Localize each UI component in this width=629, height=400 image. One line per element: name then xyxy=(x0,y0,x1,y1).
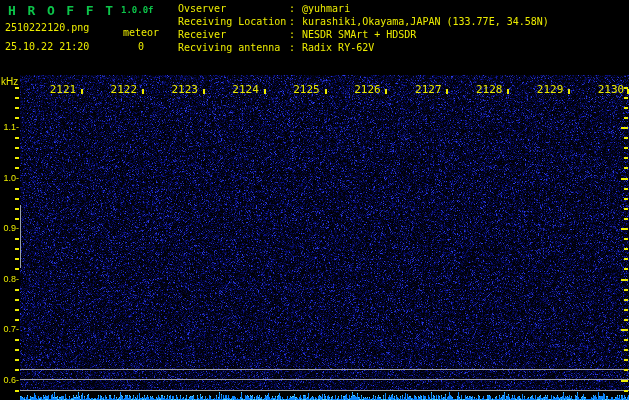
freq-minor-tick-right xyxy=(624,147,628,149)
freq-minor-tick-right xyxy=(624,349,628,351)
freq-minor-tick-right xyxy=(624,117,628,119)
freq-minor-tick-right xyxy=(624,157,628,159)
freq-minor-tick xyxy=(15,299,19,301)
station-info-row: Recviving antenna:Radix RY-62V xyxy=(178,41,549,54)
freq-major-tick-right xyxy=(621,228,628,230)
freq-minor-tick-right xyxy=(624,299,628,301)
time-minute-tick xyxy=(446,89,448,94)
freq-minor-tick-right xyxy=(624,218,628,220)
freq-minor-tick-right xyxy=(624,369,628,371)
freq-minor-tick-right xyxy=(624,137,628,139)
freq-tick-label: 0.6- xyxy=(0,375,19,385)
info-value: Radix RY-62V xyxy=(302,42,374,53)
app-title: H R O F F T xyxy=(8,3,115,18)
freq-minor-tick xyxy=(15,238,19,240)
freq-tick-label: 0.7- xyxy=(0,324,19,334)
freq-minor-tick xyxy=(15,198,19,200)
info-label: Ovserver xyxy=(178,2,289,15)
time-tick-label: 2124 xyxy=(231,83,261,96)
record-datetime: 25.10.22 21:20 xyxy=(5,41,89,52)
freq-minor-tick-right xyxy=(624,107,628,109)
spectrogram-canvas xyxy=(0,0,629,400)
station-info-row: Receiving Location:kurashiki,Okayama,JAP… xyxy=(178,15,549,28)
freq-minor-tick-right xyxy=(624,258,628,260)
time-minute-tick xyxy=(507,89,509,94)
freq-minor-tick xyxy=(15,248,19,250)
freq-minor-tick xyxy=(15,107,19,109)
freq-minor-tick-right xyxy=(624,319,628,321)
info-separator: : xyxy=(289,2,302,15)
freq-tick-label: 1.0- xyxy=(0,173,19,183)
output-filename: 2510222120.png xyxy=(5,22,89,33)
info-label: Receiver xyxy=(178,28,289,41)
meteor-count-value: 0 xyxy=(131,41,151,52)
freq-minor-tick xyxy=(15,390,19,392)
freq-minor-tick xyxy=(15,349,19,351)
frequency-unit-label: kHz xyxy=(1,76,18,87)
time-tick-label: 2126 xyxy=(352,83,382,96)
info-label: Receiving Location xyxy=(178,15,289,28)
info-label: Recviving antenna xyxy=(178,41,289,54)
freq-major-tick-right xyxy=(621,380,628,382)
time-tick-label: 2128 xyxy=(474,83,504,96)
time-minute-tick xyxy=(203,89,205,94)
freq-minor-tick-right xyxy=(624,188,628,190)
time-tick-label: 2125 xyxy=(292,83,322,96)
freq-minor-tick xyxy=(15,147,19,149)
freq-minor-tick xyxy=(15,319,19,321)
station-info-row: Ovserver:@yuhmari xyxy=(178,2,549,15)
time-tick-label: 2123 xyxy=(170,83,200,96)
freq-minor-tick xyxy=(15,359,19,361)
freq-tick-label: 1.1- xyxy=(0,122,19,132)
freq-minor-tick xyxy=(15,369,19,371)
freq-minor-tick xyxy=(15,218,19,220)
freq-major-tick-right xyxy=(621,329,628,331)
freq-minor-tick xyxy=(15,167,19,169)
time-tick-label: 2130 xyxy=(596,83,626,96)
time-minute-tick xyxy=(568,89,570,94)
info-separator: : xyxy=(289,15,302,28)
freq-minor-tick xyxy=(15,289,19,291)
freq-major-tick-right xyxy=(621,178,628,180)
info-value: kurashiki,Okayama,JAPAN (133.77E, 34.58N… xyxy=(302,16,549,27)
info-value: @yuhmari xyxy=(302,3,350,14)
freq-minor-tick-right xyxy=(624,198,628,200)
freq-minor-tick xyxy=(15,117,19,119)
hrofft-output-screen: H R O F F T 1.0.0f 2510222120.png 25.10.… xyxy=(0,0,629,400)
station-info-block: Ovserver:@yuhmariReceiving Location:kura… xyxy=(178,2,549,54)
freq-minor-tick-right xyxy=(624,268,628,270)
info-value: NESDR SMArt + HDSDR xyxy=(302,29,416,40)
time-tick-label: 2121 xyxy=(48,83,78,96)
freq-minor-tick-right xyxy=(624,238,628,240)
freq-minor-tick xyxy=(15,339,19,341)
time-tick-label: 2122 xyxy=(109,83,139,96)
info-separator: : xyxy=(289,41,302,54)
freq-minor-tick-right xyxy=(624,289,628,291)
time-minute-tick xyxy=(385,89,387,94)
freq-minor-tick xyxy=(15,258,19,260)
freq-minor-tick-right xyxy=(624,359,628,361)
freq-minor-tick-right xyxy=(624,248,628,250)
info-separator: : xyxy=(289,28,302,41)
freq-minor-tick-right xyxy=(624,97,628,99)
freq-minor-tick xyxy=(15,87,19,89)
freq-minor-tick xyxy=(15,157,19,159)
freq-minor-tick-right xyxy=(624,309,628,311)
freq-major-tick-right xyxy=(621,279,628,281)
freq-minor-tick-right xyxy=(624,339,628,341)
time-minute-tick xyxy=(264,89,266,94)
freq-minor-tick-right xyxy=(624,167,628,169)
freq-major-tick-right xyxy=(621,127,628,129)
time-tick-label: 2129 xyxy=(535,83,565,96)
freq-minor-tick xyxy=(15,188,19,190)
freq-minor-tick xyxy=(15,137,19,139)
freq-minor-tick xyxy=(15,268,19,270)
freq-tick-label: 0.9- xyxy=(0,223,19,233)
app-version: 1.0.0f xyxy=(121,5,154,15)
freq-tick-label: 0.8- xyxy=(0,274,19,284)
time-tick-label: 2127 xyxy=(413,83,443,96)
freq-minor-tick-right xyxy=(624,208,628,210)
freq-minor-tick-right xyxy=(624,390,628,392)
time-minute-tick xyxy=(81,89,83,94)
time-minute-tick xyxy=(325,89,327,94)
